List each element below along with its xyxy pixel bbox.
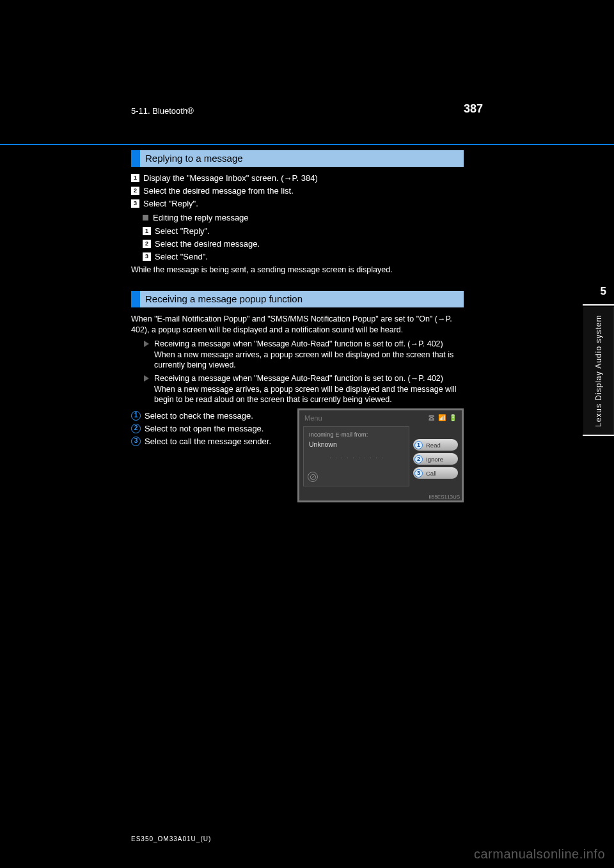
bullet-1-body: When a new message arrives, a popup scre… [154, 350, 464, 370]
btn-number-icon: 1 [414, 441, 423, 449]
step-number-icon: 3 [131, 199, 139, 208]
square-bullet-icon [143, 215, 148, 221]
side-tab-line-bottom [583, 435, 614, 436]
side-tab-label: Lexus Display Audio system [583, 307, 614, 435]
sub-step-1: 1 Select "Reply". [143, 226, 464, 236]
popup-read-button[interactable]: 1 Read [413, 439, 458, 451]
step-1-text: Display the "Message Inbox" screen. (→P.… [143, 173, 318, 183]
side-chapter-number: 5 [601, 285, 606, 298]
figure-incoming-label: Incoming E-mail from: [309, 431, 405, 438]
section-title-replying: Replying to a message [140, 150, 464, 167]
step-number-icon: 1 [143, 227, 151, 235]
bullet-2-body: When a new message arrives, a popup scre… [154, 384, 464, 405]
popup-ignore-label: Ignore [426, 456, 443, 463]
circle-number-icon: 3 [131, 437, 141, 446]
step-3: 3 Select "Reply". [131, 199, 464, 209]
figure-status-icons: 🕿 📶 🔋 [429, 414, 457, 422]
sub-step-2-text: Select the desired message. [155, 239, 260, 249]
figure-sender-name: Unknown [309, 440, 405, 448]
page-header: 5-11. Bluetooth® 387 [0, 102, 614, 118]
circle-number-icon: 2 [131, 424, 141, 433]
battery-icon: 🔋 [449, 414, 457, 422]
btn-number-icon: 2 [414, 455, 423, 463]
callout-1: 1 Select to check the message. [131, 411, 285, 421]
receiving-intro: When "E-mail Notification Popup" and "SM… [131, 314, 464, 336]
btn-number-icon: 3 [414, 469, 423, 477]
bullet-1: Receiving a message when "Message Auto-R… [144, 339, 464, 348]
sub-step-note: While the message is being sent, a sendi… [131, 265, 464, 275]
prohibit-icon [308, 472, 318, 482]
popup-call-button[interactable]: 3 Call [413, 467, 458, 479]
sub-step-1-text: Select "Reply". [155, 226, 210, 236]
svg-line-1 [311, 475, 315, 479]
section-replying-bar: Replying to a message [131, 150, 464, 167]
figure-title: Menu [304, 414, 322, 422]
step-number-icon: 2 [143, 240, 151, 248]
sub-heading-editing: Editing the reply message [143, 213, 464, 222]
callout-3: 3 Select to call the message sender. [131, 437, 285, 447]
circle-number-icon: 1 [131, 411, 141, 421]
sub-step-2: 2 Select the desired message. [143, 239, 464, 249]
bullet-2-heading: Receiving a message when "Message Auto-R… [154, 374, 443, 383]
popup-figure: Menu 🕿 📶 🔋 Incoming E-mail from: Unknown… [297, 408, 464, 502]
callout-2: 2 Select to not open the message. [131, 424, 285, 434]
page-number: 387 [464, 102, 483, 116]
step-2: 2 Select the desired message from the li… [131, 186, 464, 196]
step-3-text: Select "Reply". [143, 199, 198, 209]
section-title-receiving: Receiving a message popup function [140, 291, 464, 307]
step-number-icon: 3 [143, 252, 151, 261]
signal-icon: 📶 [438, 414, 446, 422]
callout-1-text: Select to check the message. [145, 411, 253, 421]
callout-and-figure: 1 Select to check the message. 2 Select … [131, 408, 464, 502]
step-1: 1 Display the "Message Inbox" screen. (→… [131, 173, 464, 183]
triangle-bullet-icon [144, 341, 149, 347]
step-number-icon: 1 [131, 174, 139, 182]
figure-placeholder-dots: . . . . . . . . . . [309, 453, 405, 460]
sub-step-3-text: Select "Send". [155, 252, 208, 262]
section-receiving-bar: Receiving a message popup function [131, 291, 464, 307]
section-accent [131, 150, 140, 167]
side-tab-line-top [583, 304, 614, 306]
sub-heading-text: Editing the reply message [153, 213, 249, 222]
figure-titlebar: Menu 🕿 📶 🔋 [299, 410, 462, 424]
figure-code: II55ES113US [429, 494, 460, 500]
sub-step-3: 3 Select "Send". [143, 252, 464, 262]
popup-ignore-button[interactable]: 2 Ignore [413, 453, 458, 465]
figure-message-panel: Incoming E-mail from: Unknown . . . . . … [303, 426, 409, 486]
section-breadcrumb: 5-11. Bluetooth® [131, 106, 194, 116]
triangle-bullet-icon [144, 375, 149, 382]
callout-3-text: Select to call the message sender. [145, 437, 271, 447]
popup-read-label: Read [426, 442, 441, 449]
step-number-icon: 2 [131, 187, 139, 195]
callout-column: 1 Select to check the message. 2 Select … [131, 408, 285, 449]
footer-doc-name: ES350_OM33A01U_(U) [131, 835, 211, 842]
section-accent [131, 291, 140, 307]
figure-body: Incoming E-mail from: Unknown . . . . . … [299, 424, 462, 492]
popup-call-label: Call [426, 470, 436, 477]
callout-2-text: Select to not open the message. [145, 424, 264, 434]
figure-buttons: 1 Read 2 Ignore 3 Call [413, 439, 458, 486]
watermark: carmanualsonline.info [474, 847, 605, 862]
bluetooth-icon: 🕿 [429, 414, 435, 422]
bullet-1-heading: Receiving a message when "Message Auto-R… [154, 339, 443, 348]
bullet-2: Receiving a message when "Message Auto-R… [144, 374, 464, 383]
main-content: Replying to a message 1 Display the "Mes… [131, 144, 464, 502]
step-2-text: Select the desired message from the list… [143, 186, 294, 196]
